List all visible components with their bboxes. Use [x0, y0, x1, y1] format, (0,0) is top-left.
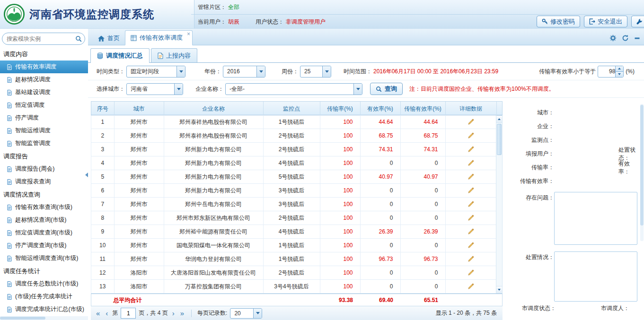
search-input[interactable] — [2, 33, 85, 45]
next-page-icon[interactable]: › — [171, 310, 176, 317]
table-row[interactable]: 6郑州市郑州新力电力有限公司3号脱硫后10000 — [91, 184, 496, 198]
table-row[interactable]: 1郑州市郑州泰祥热电股份有限公司1号脱硝后10044.6444.64 — [91, 115, 496, 129]
page-number-input[interactable] — [121, 308, 136, 319]
prev-page-icon[interactable]: ‹ — [104, 310, 109, 317]
spinner-up-button[interactable] — [616, 66, 623, 72]
edit-pencil-icon[interactable] — [468, 132, 474, 139]
edit-pencil-icon[interactable] — [468, 201, 474, 208]
sidebar-item[interactable]: 调度完成率统计汇总(市级) — [0, 303, 88, 316]
table-row[interactable]: 3郑州市郑州新力电力有限公司2号脱硫后10074.3174.31 — [91, 143, 496, 156]
table-row[interactable]: 2郑州市郑州泰祥热电股份有限公司2号脱硝后10068.7568.75 — [91, 129, 496, 143]
edit-pencil-icon[interactable] — [468, 146, 474, 153]
edit-pencil-icon[interactable] — [468, 283, 474, 290]
year-select[interactable]: 2016 — [223, 66, 265, 78]
sidebar-item[interactable]: 传输有效率调度 — [0, 61, 88, 73]
threshold-unit: (%) — [626, 68, 635, 75]
column-header[interactable]: 详细数据 — [445, 102, 496, 116]
handle-textarea[interactable] — [554, 251, 637, 302]
query-button[interactable]: 查询 — [370, 83, 403, 95]
sidebar-group-title[interactable]: 调度情况查询 — [0, 188, 88, 201]
per-page-select[interactable]: 20 — [230, 308, 262, 319]
edit-pencil-icon[interactable] — [468, 269, 474, 276]
column-header[interactable]: 传输率(%) — [320, 102, 360, 116]
city-select[interactable]: 河南省 — [126, 83, 183, 95]
column-header[interactable]: 传输有效率(%) — [400, 102, 445, 116]
scroll-up-button[interactable] — [496, 116, 502, 123]
column-header[interactable]: 城市 — [114, 102, 164, 116]
sidebar-group-title[interactable]: 调度报告 — [0, 150, 88, 163]
edit-pencil-icon[interactable] — [468, 173, 474, 180]
document-icon — [7, 294, 12, 300]
sidebar-item[interactable]: 智能监管调度 — [0, 137, 88, 150]
subtab-report-content[interactable]: 上报内容 — [151, 48, 197, 62]
edit-pencil-icon[interactable] — [468, 215, 474, 221]
edit-pencil-icon[interactable] — [468, 119, 474, 125]
support-button[interactable]: 技 — [631, 16, 644, 27]
sidebar-item[interactable]: 超标情况查询(市级) — [0, 214, 88, 226]
table-row[interactable]: 10郑州市国电荥阳煤电一体化有限公司1号脱硫后10000 — [91, 239, 496, 252]
scrollbar-thumb[interactable] — [497, 124, 502, 155]
column-header[interactable]: 企业名称 — [164, 102, 263, 116]
table-row[interactable]: 11郑州市华润电力登封有限公司1号脱硫后10096.7396.73 — [91, 252, 496, 266]
table-row[interactable]: 4郑州市郑州新力电力有限公司4号脱硫后10000 — [91, 156, 496, 170]
sidebar-item[interactable]: 智能运维调度查询(市级) — [0, 252, 88, 265]
time-type-select[interactable]: 固定时间段 — [126, 66, 185, 78]
column-header[interactable]: 监控点 — [263, 102, 320, 116]
sidebar-item[interactable]: 恒定值调度查询(市级) — [0, 226, 88, 239]
minimize-icon[interactable] — [634, 35, 640, 41]
table-row[interactable]: 13洛阳市万基控股集团有限公司3号4号脱硫后10000 — [91, 280, 496, 294]
sidebar-hscroll-thumb[interactable] — [0, 317, 45, 320]
first-page-icon[interactable]: « — [95, 310, 101, 317]
change-password-button[interactable]: 修改密码 — [537, 16, 580, 27]
tab-home[interactable]: 首页 — [93, 32, 125, 45]
sidebar-item[interactable]: 调度任务总数统计(市级) — [0, 277, 88, 290]
sidebar-item[interactable]: 调度报表查询 — [0, 175, 88, 188]
table-row[interactable]: 5郑州市郑州新力电力有限公司5号脱硫后10040.9740.97 — [91, 170, 496, 184]
threshold-input[interactable] — [599, 67, 616, 77]
edit-pencil-icon[interactable] — [468, 256, 474, 262]
last-page-icon[interactable]: » — [179, 310, 185, 317]
table-row[interactable]: 9郑州市郑州裕中能源有限责任公司4号脱硫后10026.3926.39 — [91, 225, 496, 239]
subtab-dispatch-summary[interactable]: 调度情况汇总 — [90, 48, 150, 62]
sidebar-item[interactable]: 停产调度 — [0, 112, 88, 124]
sidebar-item[interactable]: 调度报告(周会) — [0, 163, 88, 175]
sidebar-item[interactable]: 传输有效率查询(市级) — [0, 201, 88, 214]
table-row[interactable]: 7郑州市郑州中岳电力有限公司3号脱硫后10000 — [91, 198, 496, 211]
sidebar-item[interactable]: 基站建设调度 — [0, 86, 88, 99]
edit-pencil-icon[interactable] — [468, 187, 474, 194]
sidebar-item[interactable]: 超标情况调度 — [0, 73, 88, 86]
edit-pencil-icon[interactable] — [468, 242, 474, 249]
table-vscrollbar[interactable] — [496, 115, 503, 294]
trans-rate-cell: 100 — [320, 170, 360, 184]
scrollbar-track[interactable] — [496, 123, 502, 286]
sidebar-hscrollbar[interactable] — [0, 316, 88, 320]
search-icon[interactable] — [75, 35, 82, 42]
brand-area: 河南省环境监控调度系统 — [0, 0, 194, 28]
settings-gear-icon[interactable] — [609, 35, 617, 42]
week-select[interactable]: 25 — [300, 66, 331, 78]
tab-active[interactable]: 传输有效率调度 × — [125, 30, 193, 45]
refresh-icon[interactable] — [622, 35, 629, 42]
edit-pencil-icon[interactable] — [468, 228, 474, 235]
table-row[interactable]: 12洛阳市大唐洛阳首阳山发电有限责任公司2号脱硫后10000 — [91, 266, 496, 280]
sidebar-group-title[interactable]: 调度任务统计 — [0, 265, 88, 277]
sidebar-group-title[interactable]: 调度内容 — [0, 48, 88, 61]
sidebar-item[interactable]: 智能运维调度 — [0, 124, 88, 137]
detail-scroll-thumb[interactable] — [640, 105, 644, 225]
sidebar-collapse-handle[interactable] — [85, 166, 88, 183]
logout-button[interactable]: 安全退出 — [584, 16, 627, 27]
edit-pencil-icon[interactable] — [468, 160, 474, 166]
tab-close-icon[interactable]: × — [187, 31, 190, 37]
column-header[interactable]: 序号 — [91, 102, 114, 116]
sidebar-item[interactable]: 停产调度查询(市级) — [0, 239, 88, 252]
detail-scrollbar[interactable] — [640, 104, 644, 241]
sidebar-item[interactable]: 恒定值调度 — [0, 99, 88, 112]
scroll-down-button[interactable] — [496, 286, 502, 293]
spinner-down-button[interactable] — [616, 72, 623, 77]
table-row[interactable]: 8郑州市郑州市郑东新区热电有限公司2号脱硫后10000 — [91, 211, 496, 225]
enterprise-select[interactable]: -全部- — [225, 83, 362, 95]
column-header[interactable]: 有效率(%) — [360, 102, 400, 116]
sidebar-item[interactable]: (市级)任务完成率统计 — [0, 290, 88, 303]
problem-textarea[interactable] — [554, 192, 637, 245]
document-icon — [7, 90, 12, 95]
